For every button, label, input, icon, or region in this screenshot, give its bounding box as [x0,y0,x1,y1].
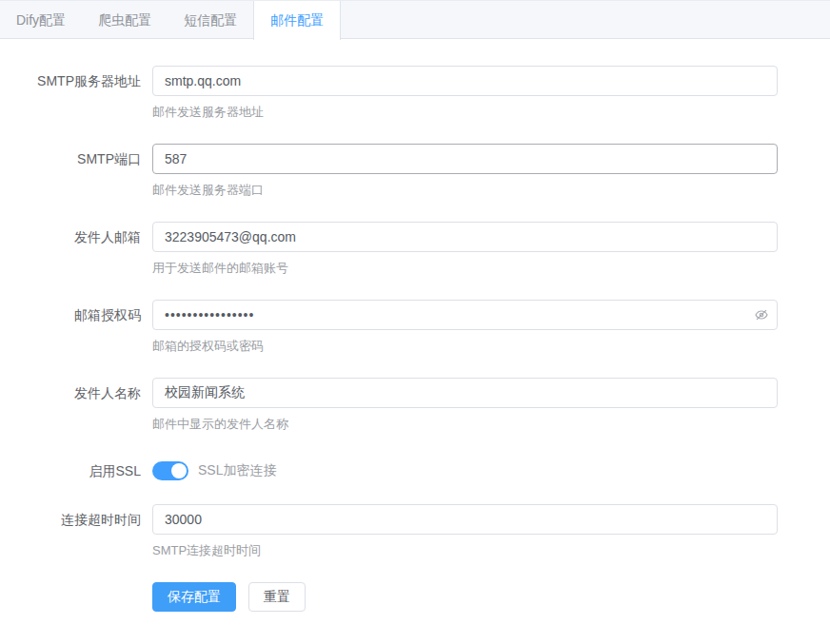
smtp-port-input[interactable] [152,144,778,174]
ssl-label: 启用SSL [0,456,141,486]
timeout-label: 连接超时时间 [0,504,141,535]
form-item-timeout: 连接超时时间 SMTP连接超时时间 [0,504,830,559]
smtp-port-hint: 邮件发送服务器端口 [152,182,830,199]
reset-button[interactable]: 重置 [248,582,306,612]
form-item-ssl: 启用SSL SSL加密连接 [0,456,830,486]
sender-email-label: 发件人邮箱 [0,222,141,252]
timeout-input[interactable] [152,504,778,535]
form-item-sender-name: 发件人名称 邮件中显示的发件人名称 [0,378,830,433]
ssl-switch[interactable] [152,461,188,480]
sender-email-hint: 用于发送邮件的邮箱账号 [152,260,830,277]
tab-sms-config[interactable]: 短信配置 [168,1,253,39]
tab-dify-config[interactable]: Dify配置 [0,1,82,39]
smtp-host-hint: 邮件发送服务器地址 [152,104,830,121]
ssl-switch-knob [171,463,187,478]
config-tabs-header: Dify配置 爬虫配置 短信配置 邮件配置 [0,0,830,39]
smtp-host-label: SMTP服务器地址 [0,66,141,96]
sender-name-label: 发件人名称 [0,378,141,408]
form-item-smtp-host: SMTP服务器地址 邮件发送服务器地址 [0,66,830,121]
sender-name-hint: 邮件中显示的发件人名称 [152,416,830,433]
auth-code-input[interactable] [152,300,778,330]
timeout-hint: SMTP连接超时时间 [152,542,830,559]
tab-email-config[interactable]: 邮件配置 [253,1,341,40]
form-item-auth-code: 邮箱授权码 邮箱的授权码或密码 [0,300,830,355]
email-config-form: SMTP服务器地址 邮件发送服务器地址 SMTP端口 邮件发送服务器端口 发件人… [0,39,830,612]
save-config-button[interactable]: 保存配置 [152,582,236,612]
ssl-switch-text: SSL加密连接 [198,462,276,479]
auth-code-hint: 邮箱的授权码或密码 [152,338,830,355]
tab-crawler-config[interactable]: 爬虫配置 [82,1,168,39]
hide-password-eye-icon[interactable] [754,307,769,322]
sender-name-input[interactable] [152,378,778,408]
form-item-smtp-port: SMTP端口 邮件发送服务器端口 [0,144,830,199]
smtp-host-input[interactable] [152,66,778,96]
form-item-sender-email: 发件人邮箱 用于发送邮件的邮箱账号 [0,222,830,277]
smtp-port-label: SMTP端口 [0,144,141,174]
auth-code-label: 邮箱授权码 [0,300,141,330]
form-actions: 保存配置 重置 [152,582,830,612]
sender-email-input[interactable] [152,222,778,252]
